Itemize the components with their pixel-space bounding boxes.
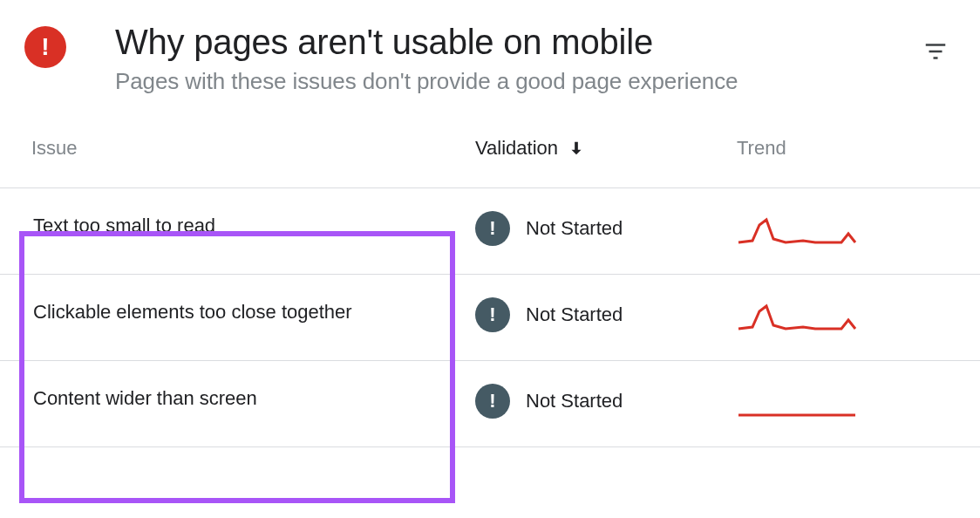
validation-status: Not Started: [526, 303, 623, 326]
table-row[interactable]: Text too small to read ! Not Started: [0, 187, 980, 274]
error-icon: !: [24, 26, 66, 68]
validation-cell: ! Not Started: [475, 211, 737, 246]
issues-table: Issue Validation Trend Text too small to…: [0, 112, 980, 447]
filter-button[interactable]: [922, 38, 949, 65]
status-not-started-icon: !: [475, 211, 510, 246]
arrow-down-icon: [567, 139, 586, 158]
trend-sparkline: [737, 384, 980, 424]
page-subtitle: Pages with these issues don't provide a …: [115, 68, 905, 95]
column-header-validation[interactable]: Validation: [475, 137, 737, 160]
column-header-trend[interactable]: Trend: [737, 137, 980, 160]
column-header-issue[interactable]: Issue: [0, 137, 475, 160]
issue-name: Clickable elements too close together: [0, 297, 475, 326]
trend-sparkline: [737, 297, 980, 337]
validation-status: Not Started: [526, 390, 623, 412]
validation-status: Not Started: [526, 217, 623, 240]
validation-cell: ! Not Started: [475, 384, 737, 419]
table-row[interactable]: Clickable elements too close together ! …: [0, 274, 980, 360]
issue-name: Content wider than screen: [0, 384, 475, 412]
validation-cell: ! Not Started: [475, 297, 737, 332]
issue-name: Text too small to read: [0, 211, 475, 240]
table-row[interactable]: Content wider than screen ! Not Started: [0, 360, 980, 447]
page-header: ! Why pages aren't usable on mobile Page…: [0, 0, 980, 112]
filter-icon: [922, 38, 949, 65]
trend-sparkline: [737, 211, 980, 251]
status-not-started-icon: !: [475, 297, 510, 332]
table-header: Issue Validation Trend: [0, 112, 980, 187]
page-title: Why pages aren't usable on mobile: [115, 21, 905, 63]
status-not-started-icon: !: [475, 384, 510, 419]
